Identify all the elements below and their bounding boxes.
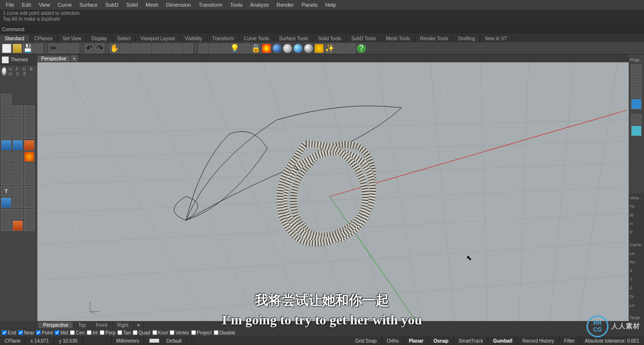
tab-meshtools[interactable]: Mesh Tools (381, 35, 415, 42)
mesh-tool-icon[interactable] (1, 151, 12, 162)
circle-tool-icon[interactable] (1, 117, 12, 127)
material-ball1-icon[interactable] (272, 44, 282, 53)
osnap-knot[interactable]: Knot (152, 330, 168, 335)
vptab-right[interactable]: Right (113, 322, 134, 328)
osnap-near[interactable]: Near (18, 330, 34, 335)
osnap-checkbox[interactable] (191, 330, 196, 335)
osnap-checkbox[interactable] (55, 330, 59, 335)
osnap-end[interactable]: End (2, 330, 16, 335)
pan-icon[interactable]: ✋ (110, 44, 119, 53)
four-viewports-icon[interactable] (184, 44, 193, 53)
point-tool-icon[interactable] (1, 105, 12, 116)
properties-icon[interactable] (631, 64, 642, 75)
viewport-canvas[interactable]: ⬉ (37, 62, 629, 321)
paste-icon[interactable] (69, 44, 79, 53)
split-tool-icon[interactable] (12, 174, 23, 185)
osnap-checkbox[interactable] (133, 330, 138, 335)
mirror-tool-icon[interactable] (24, 163, 34, 173)
status-gridsnap[interactable]: Grid Snap (350, 336, 382, 345)
status-gumball[interactable]: Gumball (488, 336, 518, 345)
misc-tool-icon[interactable] (24, 220, 34, 231)
vptab-add-icon[interactable]: ✦ (134, 322, 144, 328)
array-tool-icon[interactable] (1, 209, 12, 219)
line-tool-icon[interactable] (12, 105, 23, 116)
tab-solidtools[interactable]: Solid Tools (313, 35, 346, 42)
show-icon[interactable] (241, 44, 250, 53)
osnap-int[interactable]: Int (87, 330, 98, 335)
help-icon[interactable]: ? (356, 44, 366, 53)
rotate-view-icon[interactable] (120, 44, 130, 53)
menu-edit[interactable]: Edit (18, 1, 35, 9)
new-file-icon[interactable] (2, 44, 12, 53)
material-ball4-icon[interactable] (304, 44, 313, 53)
tab-display[interactable]: Display (87, 35, 113, 42)
render-tool-icon[interactable] (12, 220, 23, 231)
menu-transform[interactable]: Transform (195, 1, 227, 9)
osnap-checkbox[interactable] (117, 330, 122, 335)
open-file-icon[interactable] (12, 44, 22, 53)
copy-icon[interactable] (59, 44, 69, 53)
save-icon[interactable]: 💾 (23, 44, 33, 53)
scale-tool-icon[interactable] (12, 163, 23, 173)
light-icon[interactable]: ✨ (325, 44, 334, 53)
osnap-project[interactable]: Project (191, 330, 212, 335)
tab-newinv7[interactable]: New in V7 (480, 35, 512, 42)
osnap-checkbox[interactable] (152, 330, 157, 335)
osnap-checkbox[interactable] (2, 330, 7, 335)
curve-tool-icon[interactable] (1, 128, 12, 139)
redo-icon[interactable]: ↷ (95, 44, 104, 53)
undo-icon[interactable]: ↶ (84, 44, 94, 53)
osnap-checkbox[interactable] (87, 330, 92, 335)
status-smarttrack[interactable]: SmartTrack (454, 336, 488, 345)
hatch-tool-icon[interactable] (24, 186, 34, 196)
menu-analyze[interactable]: Analyze (246, 1, 273, 9)
set-cplane-icon[interactable] (209, 44, 218, 53)
pointer-tool-icon[interactable] (1, 94, 12, 104)
ufuboce-row[interactable]: U F U B O C E (0, 65, 37, 78)
block-tool-icon[interactable] (24, 209, 34, 219)
named-views-icon[interactable] (173, 44, 183, 53)
move-tool-icon[interactable] (12, 151, 23, 162)
menu-dimension[interactable]: Dimension (162, 1, 195, 9)
tab-select[interactable]: Select (113, 35, 136, 42)
tab-vplayout[interactable]: Viewport Layout (136, 35, 180, 42)
menu-view[interactable]: View (35, 1, 54, 9)
zoom-selected-icon[interactable] (152, 44, 161, 53)
menu-subd[interactable]: SubD (102, 1, 123, 9)
polygon-tool-icon[interactable] (24, 128, 34, 139)
rotate-tool-icon[interactable] (1, 163, 12, 173)
text-tool-icon[interactable]: T (1, 186, 12, 196)
status-cplane[interactable]: CPlane (0, 336, 26, 345)
print-icon[interactable] (34, 44, 43, 53)
hide-icon[interactable]: 🔒 (251, 44, 261, 53)
ellipse-tool-icon[interactable] (12, 128, 23, 139)
menu-solid[interactable]: Solid (122, 1, 141, 9)
boolean-tool-icon[interactable] (1, 197, 12, 208)
status-units[interactable]: Millimeters (112, 336, 145, 345)
vptab-top[interactable]: Top (73, 322, 91, 328)
group-tool-icon[interactable] (12, 209, 23, 219)
menu-surface[interactable]: Surface (76, 1, 102, 9)
vptab-perspective[interactable]: Perspective (38, 322, 73, 328)
properties-icon[interactable]: 💡 (230, 44, 240, 53)
tab-standard[interactable]: Standard (0, 35, 30, 42)
zoom-icon[interactable] (131, 44, 140, 53)
osnap-tan[interactable]: Tan (117, 330, 131, 335)
menu-file[interactable]: File (2, 1, 18, 9)
cplane-icon[interactable] (198, 44, 208, 53)
options-icon[interactable] (335, 44, 345, 53)
display-panel-icon[interactable] (631, 87, 642, 98)
command-input[interactable] (27, 27, 642, 32)
dim-tool-icon[interactable] (12, 186, 23, 196)
polyline-tool-icon[interactable] (24, 105, 34, 116)
box-tool-icon[interactable] (1, 140, 12, 150)
arc-tool-icon[interactable] (12, 117, 23, 127)
tab-visibility[interactable]: Visibility (180, 35, 207, 42)
render-icon[interactable] (262, 44, 271, 53)
tab-curvetools[interactable]: Curve Tools (239, 35, 275, 42)
viewport-dropdown-icon[interactable]: ▾ (71, 55, 78, 62)
sphere-tool-icon[interactable] (12, 140, 23, 150)
offset-tool-icon[interactable] (24, 197, 34, 208)
menu-help[interactable]: Help (322, 1, 340, 9)
explode-tool-icon[interactable] (24, 151, 34, 162)
